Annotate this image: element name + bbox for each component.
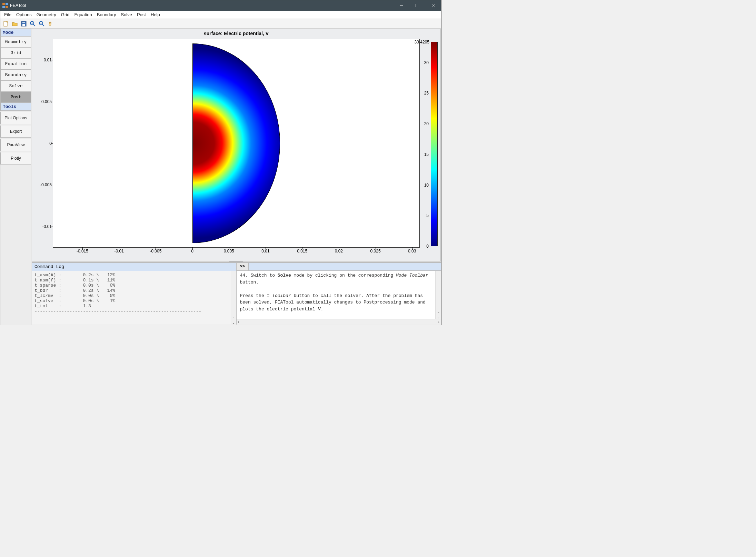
tool-button-export[interactable]: Export (0, 126, 31, 138)
command-log-panel: Command Log t_asm(A) : 0.2s \ 12% t_asm(… (32, 263, 237, 325)
help-scrollbar[interactable]: ⌃⌄ (435, 271, 441, 319)
menu-equation[interactable]: Equation (72, 11, 94, 18)
app-logo-icon (2, 3, 8, 8)
command-input[interactable] (249, 263, 441, 270)
y-tick: -0.01 (42, 224, 52, 229)
mode-button-equation[interactable]: Equation (0, 59, 31, 70)
colorbar: 051015202530 (431, 42, 438, 246)
colorbar-tick: 30 (424, 60, 429, 65)
x-tick: 0.005 (224, 249, 234, 253)
plot-panel: surface: Electric potential, V -0.01-0.0… (31, 29, 441, 325)
colorbar-max-label: 33.4205 (415, 40, 429, 44)
mode-button-solve[interactable]: Solve (0, 81, 31, 92)
mode-sidebar: Mode GeometryGridEquationBoundarySolvePo… (0, 29, 31, 325)
help-hscrollbar[interactable]: ‹› (237, 319, 441, 325)
pan-button[interactable] (47, 20, 55, 28)
menu-grid[interactable]: Grid (59, 11, 72, 18)
maximize-button[interactable] (409, 0, 425, 11)
svg-line-18 (42, 24, 44, 26)
colorbar-tick: 15 (424, 152, 429, 157)
plot-frame: surface: Electric potential, V -0.01-0.0… (32, 29, 441, 261)
zoom-in-button[interactable] (29, 20, 37, 28)
tool-button-paraview[interactable]: ParaView (0, 139, 31, 151)
svg-rect-3 (6, 6, 8, 8)
plot-title: surface: Electric potential, V (32, 31, 440, 36)
menu-options[interactable]: Options (14, 11, 34, 18)
svg-rect-0 (2, 3, 5, 5)
menu-file[interactable]: File (2, 11, 14, 18)
svg-rect-12 (22, 22, 25, 23)
x-tick: -0.01 (114, 249, 123, 253)
main-area: Mode GeometryGridEquationBoundarySolvePo… (0, 29, 441, 325)
close-button[interactable] (425, 0, 441, 11)
command-log-body[interactable]: t_asm(A) : 0.2s \ 12% t_asm(f) : 0.1s \ … (32, 271, 231, 325)
x-tick: 0 (191, 249, 193, 253)
prompt-button[interactable]: >> (237, 263, 249, 270)
tools-header: Tools (0, 103, 31, 111)
help-step: 44. (240, 273, 248, 278)
menu-help[interactable]: Help (148, 11, 162, 18)
mode-button-geometry[interactable]: Geometry (0, 37, 31, 48)
x-tick: 0.025 (370, 249, 381, 253)
x-tick: -0.015 (77, 249, 88, 253)
help-body[interactable]: 44. Switch to Solve mode by clicking on … (237, 271, 436, 319)
icon-toolbar (0, 19, 441, 29)
mode-button-boundary[interactable]: Boundary (0, 70, 31, 81)
colorbar-tick: 20 (424, 121, 429, 126)
svg-rect-11 (22, 24, 25, 26)
colorbar-tick: 5 (426, 213, 429, 218)
menu-solve[interactable]: Solve (118, 11, 135, 18)
open-file-button[interactable] (11, 20, 19, 28)
command-log-header: Command Log (32, 263, 236, 271)
mode-header: Mode (0, 29, 31, 37)
x-tick: 0.01 (261, 249, 269, 253)
x-tick: 0.02 (335, 249, 343, 253)
colorbar-gradient (431, 42, 438, 246)
menu-geometry[interactable]: Geometry (34, 11, 59, 18)
colorbar-tick: 10 (424, 183, 429, 188)
bottom-panels: Command Log t_asm(A) : 0.2s \ 12% t_asm(… (32, 262, 441, 325)
svg-rect-2 (2, 6, 5, 8)
y-tick: 0.005 (41, 99, 52, 104)
tool-button-plotly[interactable]: Plotly (0, 152, 31, 165)
save-button[interactable] (20, 20, 28, 28)
x-tick: 0.03 (408, 249, 416, 253)
svg-rect-5 (416, 4, 419, 7)
minimize-button[interactable] (394, 0, 409, 11)
horizontal-splitter[interactable] (32, 261, 441, 262)
new-file-button[interactable] (2, 20, 10, 28)
surface-plot (192, 43, 280, 243)
svg-line-14 (33, 24, 35, 26)
x-tick: -0.005 (150, 249, 161, 253)
menu-post[interactable]: Post (135, 11, 148, 18)
plot-axes[interactable]: -0.01-0.00500.0050.01-0.015-0.01-0.00500… (53, 39, 420, 248)
tool-button-plot-options[interactable]: Plot Options (0, 112, 31, 124)
app-window: FEATool FileOptionsGeometryGridEquationB… (0, 0, 441, 325)
svg-rect-1 (6, 3, 8, 5)
y-tick: -0.005 (40, 182, 52, 187)
menu-boundary[interactable]: Boundary (94, 11, 119, 18)
window-title: FEATool (10, 3, 394, 8)
log-scrollbar[interactable]: ⌃⌄ (231, 271, 236, 325)
help-panel: >> 44. Switch to Solve mode by clicking … (237, 263, 441, 325)
y-tick: 0.01 (44, 58, 52, 62)
help-header: >> (237, 263, 441, 271)
mode-button-grid[interactable]: Grid (0, 48, 31, 59)
colorbar-tick: 0 (426, 244, 429, 249)
mode-button-post[interactable]: Post (0, 92, 31, 103)
title-bar: FEATool (0, 0, 441, 11)
zoom-out-button[interactable] (38, 20, 46, 28)
menu-bar: FileOptionsGeometryGridEquationBoundaryS… (0, 11, 441, 19)
x-tick: 0.015 (297, 249, 307, 253)
colorbar-tick: 25 (424, 91, 429, 96)
